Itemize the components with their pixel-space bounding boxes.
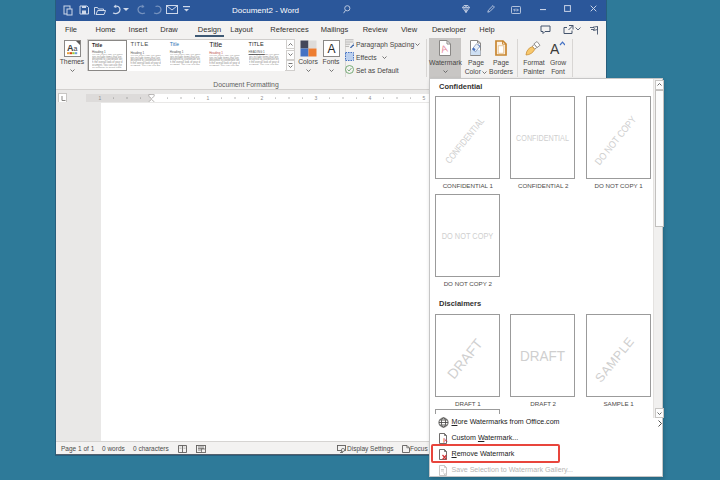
- svg-text:2: 2: [261, 95, 264, 101]
- svg-text:1: 1: [99, 95, 102, 101]
- svg-text:1: 1: [207, 95, 210, 101]
- svg-text:3: 3: [315, 95, 318, 101]
- svg-text:5: 5: [423, 95, 426, 101]
- svg-text:A: A: [550, 41, 560, 56]
- svg-text:4: 4: [369, 95, 372, 101]
- svg-text:A: A: [328, 42, 336, 56]
- svg-text:a: a: [74, 45, 78, 52]
